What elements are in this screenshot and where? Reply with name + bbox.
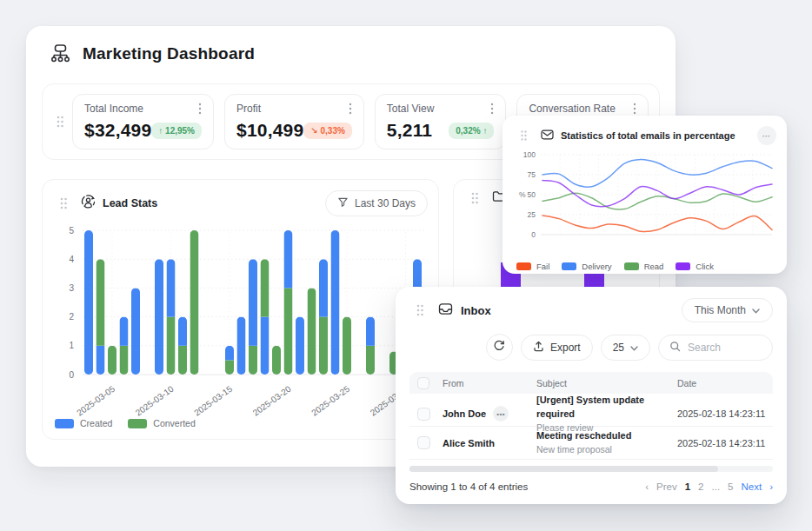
inbox-icon <box>438 302 453 319</box>
export-icon <box>533 341 544 355</box>
kpi-label: Total View <box>387 103 434 115</box>
inbox-table: From Subject Date John Doe•••[Urgent] Sy… <box>409 372 773 460</box>
email-stats-legend: FailDeliveryReadClick <box>516 262 776 271</box>
pagination: ‹Prev12...5Next› <box>645 481 773 492</box>
row-checkbox[interactable] <box>417 436 430 449</box>
svg-text:2025-03-20: 2025-03-20 <box>251 383 293 417</box>
subject-text: [Urgent] System update required <box>536 394 677 421</box>
kpi-card-total-view: Total View5,2110,32% ↑ <box>375 94 507 149</box>
drag-handle-icon[interactable] <box>50 115 70 129</box>
kpi-label: Total Income <box>84 103 143 115</box>
kebab-menu-icon[interactable] <box>198 103 202 115</box>
svg-text:50: 50 <box>528 190 536 199</box>
legend-item-read: Read <box>624 262 664 271</box>
column-header-from: From <box>443 378 536 388</box>
chevron-down-icon <box>630 342 638 354</box>
svg-text:1: 1 <box>69 341 74 350</box>
legend-label: Converted <box>153 418 195 428</box>
kpi-card-profit: Profit$10,499↘ 0,33% <box>224 94 364 149</box>
legend-item-fail: Fail <box>516 262 549 271</box>
refresh-icon <box>493 340 505 355</box>
lead-stats-header: Lead Stats Last 30 Days <box>53 190 428 216</box>
pagination-item-‹[interactable]: ‹ <box>645 481 649 492</box>
page-size-value: 25 <box>613 342 624 354</box>
subject-preview: New time proposal <box>536 443 677 455</box>
lead-stats-title: Lead Stats <box>103 197 157 209</box>
lead-user-icon <box>81 195 96 213</box>
inbox-title: Inbox <box>461 304 491 317</box>
kpi-value: 5,211 <box>387 120 432 141</box>
trend-badge: 0,32% ↑ <box>449 123 494 139</box>
svg-text:100: 100 <box>523 150 536 159</box>
funnel-icon <box>337 196 349 210</box>
legend-item-converted: Converted <box>128 418 195 428</box>
kpi-label: Profit <box>236 103 261 115</box>
pagination-item-prev[interactable]: Prev <box>656 481 677 492</box>
email-stats-panel: Statistics of total emails in percentage… <box>503 116 787 274</box>
page-title: Marketing Dashboard <box>83 44 255 63</box>
scrollbar-thumb[interactable] <box>409 466 718 472</box>
table-row[interactable]: Alice SmithMeeting rescheduledNew time p… <box>409 427 773 460</box>
svg-text:5: 5 <box>69 226 74 236</box>
legend-swatch <box>624 262 639 270</box>
inbox-panel: Inbox This Month <box>396 287 787 504</box>
pagination-item-2[interactable]: 2 <box>698 481 703 492</box>
kebab-menu-icon[interactable] <box>349 103 352 115</box>
table-header-row: From Subject Date <box>409 372 773 394</box>
column-header-subject: Subject <box>536 378 677 388</box>
horizontal-scrollbar[interactable] <box>409 466 773 472</box>
subject-cell: Meeting rescheduledNew time proposal <box>536 429 677 455</box>
trend-badge: ↘ 0,33% <box>303 123 352 139</box>
date-cell: 2025-02-18 14:23:11 <box>677 438 773 448</box>
row-checkbox[interactable] <box>417 408 430 421</box>
pagination-item-1[interactable]: 1 <box>685 481 690 492</box>
row-more-button[interactable]: ••• <box>493 406 509 421</box>
dashboard-screen: Marketing Dashboard Total Income$32,499↑… <box>0 0 812 531</box>
legend-label: Delivery <box>582 262 611 271</box>
select-all-checkbox[interactable] <box>417 377 429 389</box>
drag-handle-icon[interactable] <box>409 303 430 317</box>
legend-label: Read <box>644 262 664 271</box>
from-cell: John Doe••• <box>443 406 536 421</box>
sender-name: Alice Smith <box>443 438 495 448</box>
search-input[interactable] <box>688 342 766 354</box>
inbox-footer: Showing 1 to 4 of 4 entries ‹Prev12...5N… <box>409 481 773 492</box>
chevron-down-icon <box>752 304 760 316</box>
svg-text:0: 0 <box>69 370 74 380</box>
legend-label: Fail <box>536 262 549 271</box>
pagination-item-next[interactable]: Next <box>742 481 762 492</box>
period-select-label: This Month <box>695 304 746 316</box>
legend-swatch <box>55 419 74 428</box>
kpi-label: Conversation Rate <box>529 103 615 115</box>
pagination-item-5[interactable]: 5 <box>728 481 733 492</box>
period-select[interactable]: This Month <box>682 298 773 322</box>
inbox-toolbar: Export 25 <box>409 334 773 361</box>
ellipsis-menu-button[interactable]: ⋯ <box>757 126 776 145</box>
email-stats-chart: 1007550250% <box>513 148 776 252</box>
kebab-menu-icon[interactable] <box>633 103 636 115</box>
table-row[interactable]: John Doe•••[Urgent] System update requir… <box>409 394 773 427</box>
page-size-select[interactable]: 25 <box>601 335 650 361</box>
email-stats-header: Statistics of total emails in percentage… <box>513 126 776 145</box>
lead-stats-chart: 0123452025-03-052025-03-102025-03-152025… <box>53 218 429 420</box>
kebab-menu-icon[interactable] <box>490 103 494 115</box>
pagination-item-...[interactable]: ... <box>712 481 721 492</box>
export-button[interactable]: Export <box>521 335 593 361</box>
legend-item-click: Click <box>676 262 714 271</box>
pagination-item-›[interactable]: › <box>769 481 773 492</box>
drag-handle-icon[interactable] <box>53 196 74 210</box>
drag-handle-icon[interactable] <box>464 191 485 205</box>
svg-text:2: 2 <box>69 312 74 322</box>
lead-stats-legend: CreatedConverted <box>55 418 196 428</box>
series-fail <box>542 216 772 232</box>
legend-swatch <box>128 419 147 428</box>
date-cell: 2025-02-18 14:23:11 <box>677 408 773 419</box>
search-box[interactable] <box>658 335 773 361</box>
svg-text:2025-03-25: 2025-03-25 <box>309 383 351 417</box>
svg-text:75: 75 <box>528 170 536 179</box>
lead-filter-button[interactable]: Last 30 Days <box>325 190 428 216</box>
kpi-card-total-income: Total Income$32,499↑ 12,95% <box>72 94 214 149</box>
email-stats-title: Statistics of total emails in percentage <box>561 130 735 141</box>
drag-handle-icon[interactable] <box>513 129 534 142</box>
refresh-button[interactable] <box>486 334 513 361</box>
